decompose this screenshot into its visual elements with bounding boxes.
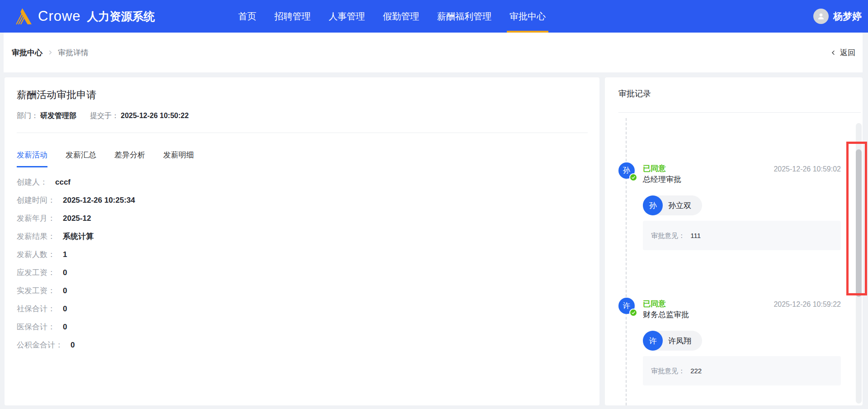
tab-payroll-activity[interactable]: 发薪活动	[17, 151, 47, 167]
tab-diff-analysis[interactable]: 差异分析	[114, 151, 145, 167]
approver-chip[interactable]: 许 许凤翔	[643, 331, 702, 351]
field-row-creator: 创建人： cccf	[17, 173, 599, 191]
divider	[17, 133, 588, 133]
field-label: 公积金合计：	[17, 341, 63, 349]
approver-chip[interactable]: 孙 孙立双	[643, 195, 702, 215]
approval-detail-card: 薪酬活动审批申请 部门：研发管理部 提交于：2025-12-26 10:50:2…	[5, 77, 599, 405]
detail-meta: 部门：研发管理部 提交于：2025-12-26 10:50:22	[17, 112, 599, 119]
page-title: 薪酬活动审批申请	[17, 77, 599, 100]
brand-name: Crowe	[38, 8, 81, 24]
breadcrumb: 审批中心 审批详情	[12, 33, 89, 72]
chevron-left-icon	[830, 49, 837, 56]
breadcrumb-bar: 审批中心 审批详情 返回	[4, 33, 863, 72]
approval-record: 许 已同意 财务总监审批 2025-12-26 10:59:22 许 许凤翔	[605, 298, 863, 385]
field-label: 发薪结果：	[17, 233, 55, 240]
field-label: 发薪年月：	[17, 214, 55, 222]
field-label: 社保合计：	[17, 305, 55, 313]
check-icon	[629, 173, 637, 181]
user-menu[interactable]: 杨梦婷	[813, 0, 862, 33]
approval-record: 孙 已同意 总经理审批 2025-12-26 10:59:02 孙 孙立双	[605, 162, 863, 250]
brand: Crowe 人力资源系统	[14, 7, 155, 26]
annotation-highlight-box	[846, 142, 867, 295]
comment-label: 审批意见：	[651, 367, 685, 375]
tab-payroll-detail[interactable]: 发薪明细	[163, 151, 194, 167]
field-label: 发薪人数：	[17, 251, 55, 258]
crowe-triangle-icon	[14, 7, 33, 26]
nav-item-approval-center[interactable]: 审批中心	[509, 0, 546, 33]
record-head: 已同意 总经理审批 2025-12-26 10:59:02	[643, 162, 841, 183]
nav-item-recruitment[interactable]: 招聘管理	[274, 0, 311, 33]
record-head: 已同意 财务总监审批 2025-12-26 10:59:22	[643, 298, 841, 319]
comment-label: 审批意见：	[651, 232, 685, 239]
nav-item-label: 审批中心	[509, 11, 546, 21]
approver-chip-avatar: 孙	[643, 195, 663, 215]
brand-system-title: 人力资源系统	[87, 9, 155, 24]
field-value: 0	[63, 287, 67, 295]
field-value: 1	[63, 251, 67, 258]
approver-name: 许凤翔	[668, 336, 691, 346]
check-icon	[629, 309, 637, 317]
breadcrumb-root[interactable]: 审批中心	[12, 48, 42, 58]
field-row-gross-pay: 应发工资： 0	[17, 263, 599, 281]
record-step: 财务总监审批	[643, 311, 689, 319]
meta-label: 部门：	[17, 112, 38, 119]
chevron-right-icon	[47, 49, 53, 56]
meta-item-department: 部门：研发管理部	[17, 112, 76, 119]
nav-item-label: 假勤管理	[383, 11, 419, 21]
nav-menu: 首页 招聘管理 人事管理 假勤管理 薪酬福利管理 审批中心	[238, 0, 546, 33]
back-button[interactable]: 返回	[830, 33, 855, 72]
approver-avatar: 孙	[618, 162, 635, 179]
nav-item-label: 首页	[238, 11, 256, 21]
field-row-medical-insurance: 医保合计： 0	[17, 318, 599, 336]
nav-item-attendance[interactable]: 假勤管理	[383, 0, 419, 33]
comment-value: 111	[690, 232, 701, 239]
field-label: 实发工资：	[17, 287, 55, 295]
field-list: 创建人： cccf 创建时间： 2025-12-26 10:25:34 发薪年月…	[17, 173, 599, 354]
avatar-initial: 孙	[623, 166, 630, 176]
comment-value: 222	[690, 367, 702, 375]
username: 杨梦婷	[833, 10, 862, 23]
field-row-headcount: 发薪人数： 1	[17, 245, 599, 263]
comment-box: 审批意见： 222	[643, 356, 841, 385]
breadcrumb-current: 审批详情	[58, 48, 89, 58]
status-badge: 已同意	[643, 298, 689, 308]
field-row-net-pay: 实发工资： 0	[17, 281, 599, 300]
field-row-pay-result: 发薪结果： 系统计算	[17, 227, 599, 245]
approval-records-card: 审批记录 孙 已同意 总经理审批 2025-12-26 10:59:02	[605, 77, 863, 405]
comment-box: 审批意见： 111	[643, 221, 841, 250]
field-row-housing-fund: 公积金合计： 0	[17, 336, 599, 354]
field-row-create-time: 创建时间： 2025-12-26 10:25:34	[17, 191, 599, 209]
meta-value: 2025-12-26 10:50:22	[121, 112, 189, 119]
field-value: cccf	[55, 178, 71, 186]
meta-item-submitted-at: 提交于：2025-12-26 10:50:22	[90, 112, 189, 119]
field-row-social-insurance: 社保合计： 0	[17, 300, 599, 318]
nav-item-compensation[interactable]: 薪酬福利管理	[437, 0, 491, 33]
avatar-initial: 许	[623, 301, 630, 311]
field-value: 系统计算	[63, 233, 94, 240]
approver-avatar: 许	[618, 298, 635, 314]
field-label: 医保合计：	[17, 323, 55, 331]
approver-name: 孙立双	[668, 200, 691, 211]
field-label: 创建时间：	[17, 196, 55, 204]
field-value: 2025-12-26 10:25:34	[63, 196, 135, 204]
tab-payroll-summary[interactable]: 发薪汇总	[66, 151, 96, 167]
field-value: 0	[71, 341, 75, 349]
record-head-left: 已同意 总经理审批	[643, 162, 681, 183]
meta-label: 提交于：	[90, 112, 119, 119]
approver-chip-avatar: 许	[643, 331, 663, 351]
meta-value: 研发管理部	[40, 112, 76, 119]
record-step: 总经理审批	[643, 176, 681, 183]
status-badge: 已同意	[643, 162, 681, 172]
field-label: 创建人：	[17, 178, 47, 186]
field-label: 应发工资：	[17, 269, 55, 276]
nav-item-personnel[interactable]: 人事管理	[329, 0, 365, 33]
field-value: 0	[63, 323, 67, 331]
nav-item-home[interactable]: 首页	[238, 0, 256, 33]
approval-records-title: 审批记录	[605, 77, 863, 98]
back-label: 返回	[840, 48, 855, 58]
record-timestamp: 2025-12-26 10:59:02	[774, 162, 841, 183]
record-timestamp: 2025-12-26 10:59:22	[774, 298, 841, 319]
field-value: 0	[63, 305, 67, 313]
approval-timeline: 孙 已同意 总经理审批 2025-12-26 10:59:02 孙 孙立双	[605, 113, 863, 405]
nav-item-label: 招聘管理	[274, 11, 311, 21]
